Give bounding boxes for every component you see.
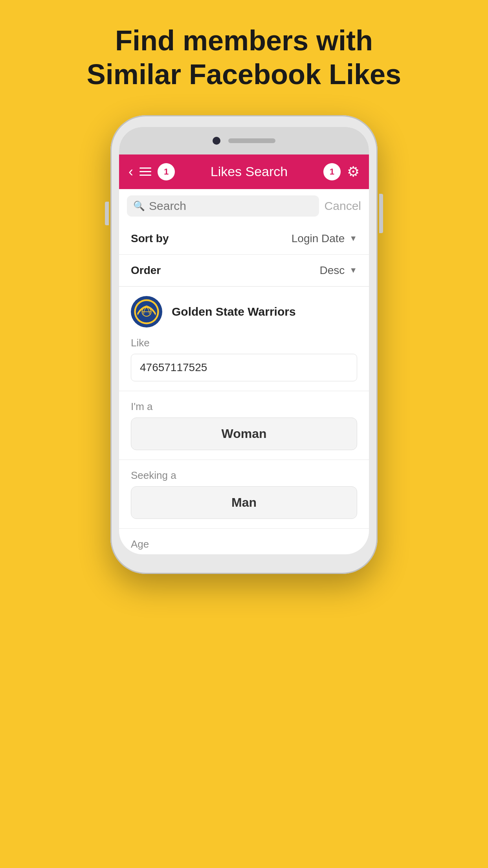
speaker xyxy=(228,138,275,143)
ima-section: I'm a Woman xyxy=(119,391,369,460)
settings-icon[interactable]: ⚙ xyxy=(347,164,360,180)
phone-screen: ‹ 1 Likes Search 1 ⚙ 🔍 Cancel Sort xyxy=(119,127,369,554)
camera-icon xyxy=(213,137,220,145)
chevron-down-icon-2: ▼ xyxy=(349,266,357,275)
search-icon: 🔍 xyxy=(133,200,145,211)
back-button[interactable]: ‹ xyxy=(128,164,133,180)
order-value-group: Desc ▼ xyxy=(319,264,357,277)
nav-right-group: 1 ⚙ xyxy=(323,163,360,180)
age-label: Age xyxy=(131,538,357,550)
search-bar: 🔍 Cancel xyxy=(119,189,369,223)
nav-title: Likes Search xyxy=(211,164,288,179)
chevron-down-icon: ▼ xyxy=(349,234,357,243)
like-id-field[interactable]: 47657117525 xyxy=(131,354,357,381)
like-field-label: Like xyxy=(131,337,357,349)
order-label: Order xyxy=(131,264,161,277)
menu-icon[interactable] xyxy=(139,167,151,176)
cancel-button[interactable]: Cancel xyxy=(325,199,361,213)
gsw-logo xyxy=(131,296,162,327)
order-row[interactable]: Order Desc ▼ xyxy=(119,255,369,286)
search-input-container[interactable]: 🔍 xyxy=(127,195,319,217)
seeking-section: Seeking a Man xyxy=(119,460,369,529)
sort-label: Sort by xyxy=(131,232,169,245)
nav-left-group: ‹ 1 xyxy=(128,163,175,180)
phone-mockup: ‹ 1 Likes Search 1 ⚙ 🔍 Cancel Sort xyxy=(110,115,378,574)
seeking-button[interactable]: Man xyxy=(131,486,357,519)
sort-value: Login Date xyxy=(292,232,345,245)
like-section: Golden State Warriors Like 47657117525 xyxy=(119,287,369,391)
like-item: Golden State Warriors xyxy=(131,296,357,327)
nav-bar: ‹ 1 Likes Search 1 ⚙ xyxy=(119,154,369,189)
sort-value-group: Login Date ▼ xyxy=(292,232,357,245)
seeking-label: Seeking a xyxy=(131,469,357,482)
page-heading: Find members with Similar Facebook Likes xyxy=(55,24,433,92)
sort-section: Sort by Login Date ▼ Order Desc ▼ xyxy=(119,223,369,287)
left-badge: 1 xyxy=(158,163,175,180)
right-badge: 1 xyxy=(323,163,341,180)
age-section: Age xyxy=(119,529,369,554)
order-value: Desc xyxy=(319,264,345,277)
search-input[interactable] xyxy=(149,199,313,213)
ima-label: I'm a xyxy=(131,401,357,413)
sort-row[interactable]: Sort by Login Date ▼ xyxy=(119,223,369,255)
like-name: Golden State Warriors xyxy=(172,305,296,318)
phone-notch xyxy=(119,127,369,154)
gender-button[interactable]: Woman xyxy=(131,417,357,450)
